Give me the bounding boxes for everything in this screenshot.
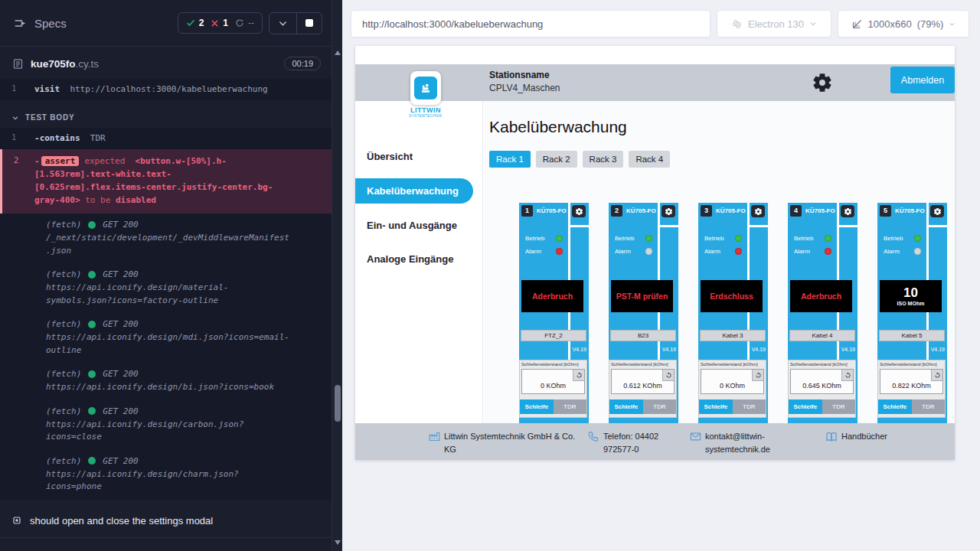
panel-scrollbar[interactable]: [332, 0, 342, 551]
device-settings-button[interactable]: [572, 205, 586, 217]
check-icon: [186, 18, 195, 28]
alarm-indicator: Alarm: [615, 248, 652, 255]
device-number: 1: [521, 205, 533, 217]
cable-name: Kabel 5: [879, 330, 945, 341]
gear-icon: [665, 207, 673, 216]
sidebar-item-analoge-eingaenge[interactable]: Analoge Eingänge: [367, 253, 453, 265]
card-divider: [929, 225, 947, 227]
app-sidebar: Übersicht Kabelüberwachung Ein- und Ausg…: [355, 101, 483, 423]
tdr-button[interactable]: TDR: [822, 399, 856, 414]
fetch-log-entry[interactable]: (fetch)GET 200 https://api.iconify.desig…: [0, 313, 332, 363]
visit-url: http://localhost:3000/kabelueberwachung: [70, 84, 267, 94]
cable-name: FTZ_2: [521, 330, 586, 341]
scroll-up-arrow[interactable]: [335, 51, 341, 55]
stop-button[interactable]: [296, 13, 322, 34]
scroll-down-arrow[interactable]: [335, 540, 341, 545]
refresh-icon: [934, 372, 941, 379]
device-settings-button[interactable]: [841, 205, 854, 217]
footer-phone: Telefon: 04402 972577-0: [588, 430, 686, 455]
test-body-section-header[interactable]: TEST BODY: [0, 107, 332, 128]
refresh-button[interactable]: [931, 370, 942, 381]
status-display: Aderbruch: [521, 280, 583, 312]
gear-icon: [812, 72, 833, 93]
littwin-logo: [410, 71, 441, 105]
schleife-button[interactable]: Schleife: [699, 399, 733, 414]
device-settings-button[interactable]: [751, 205, 765, 217]
device-model: KÜ705-FO: [537, 207, 567, 214]
sidebar-item-uebersicht[interactable]: Übersicht: [367, 151, 413, 162]
app-footer: Littwin Systemtechnik GmbH & Co. KG Tele…: [355, 423, 955, 460]
device-number: 5: [880, 205, 891, 217]
specs-toggle[interactable]: Specs: [14, 17, 67, 30]
tab-rack-1[interactable]: Rack 1: [489, 151, 531, 168]
spec-file-name: kue705fo.cy.ts: [31, 58, 99, 70]
log-row-assert-failed[interactable]: 2 -assertexpected <button.w-[50%].h-[1.5…: [0, 149, 332, 214]
alarm-led: [914, 248, 921, 255]
specs-icon: [14, 17, 27, 30]
test-body-log: 1 -contains TDR 2 -assertexpected <butto…: [0, 128, 332, 500]
tab-rack-3[interactable]: Rack 3: [583, 151, 624, 168]
app-header: Stationsname CPLV4_Maschen Abmelden: [355, 64, 955, 101]
tab-rack-4[interactable]: Rack 4: [629, 151, 670, 168]
browser-label: Electron 130: [748, 18, 804, 30]
browser-selector[interactable]: Electron 130: [717, 10, 831, 37]
gear-icon: [754, 207, 763, 216]
tdr-button[interactable]: TDR: [554, 399, 587, 414]
device-model: KÜ705-FO: [626, 207, 656, 214]
firmware-version: V4.19: [931, 347, 945, 352]
tab-rack-2[interactable]: Rack 2: [536, 151, 577, 168]
fetch-log-entry[interactable]: (fetch)GET 200 /_next/static/development…: [0, 214, 332, 263]
gear-icon: [844, 207, 852, 216]
littwin-logo-icon: [414, 77, 437, 99]
fetch-log-entry[interactable]: (fetch)GET 200 https://api.iconify.desig…: [0, 400, 332, 450]
fetch-url: /_next/static/development/_devMiddleware…: [46, 232, 289, 257]
viewport-selector[interactable]: 1000x660 (79%): [838, 10, 969, 37]
scrollbar-thumb[interactable]: [335, 385, 341, 422]
schleife-button[interactable]: Schleife: [520, 399, 554, 414]
schleife-button[interactable]: Schleife: [609, 399, 643, 414]
fetch-log-entry[interactable]: (fetch)GET 200 https://api.iconify.desig…: [0, 363, 332, 400]
loop-resistance-section: Schleifenwiderstand [kOhm] 0.645 KOhm Sc…: [788, 360, 856, 418]
refresh-button[interactable]: [662, 370, 674, 381]
sidebar-item-kabelueberwachung[interactable]: Kabelüberwachung: [355, 178, 473, 204]
schleife-button[interactable]: Schleife: [789, 399, 822, 414]
chevron-down-icon: [949, 21, 956, 28]
device-settings-button[interactable]: [930, 205, 944, 217]
loop-value: 0.612 KOhm: [612, 382, 674, 390]
url-bar[interactable]: [351, 10, 710, 37]
alarm-indicator: Alarm: [884, 248, 921, 255]
fetch-log-entry[interactable]: (fetch)GET 200 https://api.iconify.desig…: [0, 263, 332, 313]
tdr-button[interactable]: TDR: [733, 399, 766, 414]
fetch-log-entry[interactable]: (fetch)GET 200 https://api.iconify.desig…: [0, 450, 332, 500]
refresh-button[interactable]: [573, 370, 584, 381]
refresh-icon: [576, 372, 583, 379]
spec-file-row[interactable]: kue705fo.cy.ts 00:19: [0, 47, 332, 79]
collapse-button[interactable]: [270, 13, 296, 34]
firmware-version: V4.19: [662, 347, 676, 352]
tdr-button[interactable]: TDR: [912, 399, 946, 414]
firmware-version: V4.19: [841, 347, 855, 352]
schleife-button[interactable]: Schleife: [878, 399, 912, 414]
loop-value-box: 0.612 KOhm: [611, 369, 675, 394]
log-row-visit[interactable]: 1 visit http://localhost:3000/kabelueber…: [0, 79, 332, 100]
url-input[interactable]: [351, 18, 710, 30]
app-main: Kabelüberwachung Rack 1 Rack 2 Rack 3 Ra…: [484, 101, 955, 423]
betrieb-led: [645, 235, 652, 242]
alarm-led: [645, 248, 652, 255]
footer-manuals-link[interactable]: Handbücher: [825, 430, 887, 443]
log-row-contains[interactable]: 1 -contains TDR: [0, 128, 332, 149]
device-settings-button[interactable]: [662, 205, 675, 217]
logout-button[interactable]: Abmelden: [890, 67, 955, 93]
next-test-row[interactable]: should open and close the settings modal: [0, 505, 332, 538]
refresh-button[interactable]: [841, 370, 853, 381]
refresh-button[interactable]: [752, 370, 763, 381]
refresh-icon: [755, 372, 762, 379]
refresh-icon: [844, 372, 851, 379]
fetch-url: https://api.iconify.design/charm.json?ic…: [46, 468, 289, 494]
test-icon: [12, 516, 21, 525]
settings-gear-button[interactable]: [812, 72, 833, 93]
footer-email: kontakt@littwin-systemtechnik.de: [690, 430, 783, 455]
tdr-button[interactable]: TDR: [643, 399, 677, 414]
loop-value: 0.645 KOhm: [791, 382, 853, 390]
sidebar-item-ein-und-ausgaenge[interactable]: Ein- und Ausgänge: [367, 220, 457, 231]
